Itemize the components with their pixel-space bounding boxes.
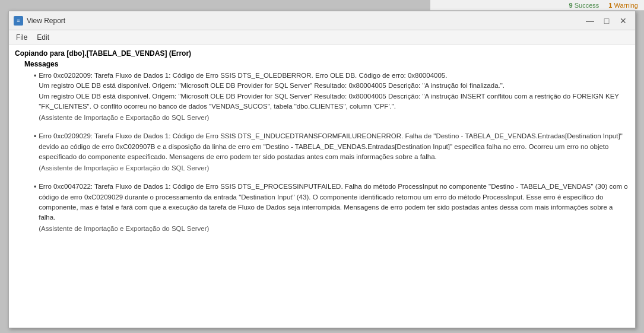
title-bar-controls: — □ ✕	[583, 14, 630, 27]
window-title: View Report	[27, 17, 65, 25]
warning-status: 1 Warning	[608, 2, 638, 9]
msg3-line1: Erro 0xc0047022: Tarefa Fluxo de Dados 1…	[39, 182, 629, 223]
message-text-2: • Erro 0xc0209029: Tarefa Fluxo de Dados…	[34, 131, 629, 173]
message-inner-1: Erro 0xc0202009: Tarefa Fluxo de Dados 1…	[39, 71, 629, 123]
message-text-3: • Erro 0xc0047022: Tarefa Fluxo de Dados…	[34, 182, 629, 234]
top-status-bar: 9 Success 1 Warning	[430, 0, 644, 11]
messages-label: Messages	[24, 60, 629, 68]
title-bar: ≡ View Report — □ ✕	[9, 11, 635, 30]
warning-label: Warning	[614, 2, 638, 9]
success-status: 9 Success	[569, 2, 599, 9]
msg2-line1: Erro 0xc0209029: Tarefa Fluxo de Dados 1…	[39, 131, 629, 162]
message-inner-2: Erro 0xc0209029: Tarefa Fluxo de Dados 1…	[39, 131, 629, 173]
msg1-line2: Um registro OLE DB está disponível. Orig…	[39, 81, 629, 91]
msg1-line3: Um registro OLE DB está disponível. Orig…	[39, 91, 629, 112]
view-report-window: ≡ View Report — □ ✕ File Edit Copiando p…	[8, 11, 636, 328]
msg1-line1: Erro 0xc0202009: Tarefa Fluxo de Dados 1…	[39, 71, 629, 81]
msg2-source: (Assistente de Importação e Exportação d…	[39, 163, 629, 173]
window-icon: ≡	[14, 16, 23, 26]
content-area[interactable]: Copiando para [dbo].[TABELA_DE_VENDAS] (…	[9, 45, 635, 328]
bullet-2: •	[34, 131, 36, 142]
success-label: Success	[575, 2, 599, 9]
msg1-source: (Assistente de Importação e Exportação d…	[39, 113, 629, 123]
message-block-2: • Erro 0xc0209029: Tarefa Fluxo de Dados…	[34, 131, 629, 173]
message-text-1: • Erro 0xc0202009: Tarefa Fluxo de Dados…	[34, 71, 629, 123]
maximize-button[interactable]: □	[599, 14, 614, 27]
close-button[interactable]: ✕	[616, 14, 630, 27]
title-bar-left: ≡ View Report	[14, 16, 65, 26]
file-menu[interactable]: File	[11, 32, 32, 43]
menu-bar: File Edit	[9, 30, 635, 45]
section-title: Copiando para [dbo].[TABELA_DE_VENDAS] (…	[15, 49, 629, 58]
warning-count: 1	[608, 2, 612, 9]
success-count: 9	[569, 2, 573, 9]
message-block-1: • Erro 0xc0202009: Tarefa Fluxo de Dados…	[34, 71, 629, 123]
bullet-3: •	[34, 182, 36, 192]
message-block-3: • Erro 0xc0047022: Tarefa Fluxo de Dados…	[34, 182, 629, 234]
minimize-button[interactable]: —	[583, 14, 597, 27]
message-inner-3: Erro 0xc0047022: Tarefa Fluxo de Dados 1…	[39, 182, 629, 234]
edit-menu[interactable]: Edit	[32, 32, 54, 43]
msg3-source: (Assistente de Importação e Exportação d…	[39, 224, 629, 234]
bullet-1: •	[34, 71, 36, 81]
